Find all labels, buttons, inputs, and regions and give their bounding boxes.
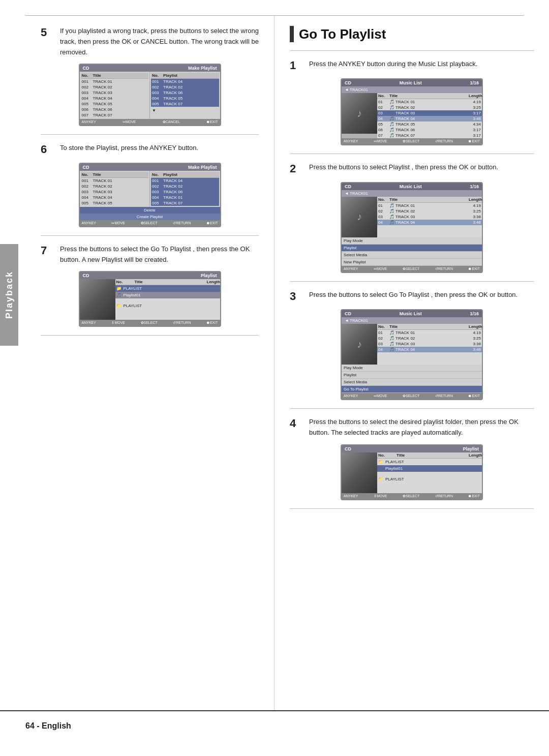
pl3r-header-left: CD bbox=[345, 446, 351, 451]
screen7-footer: ANYKEY ⇕MOVE ✿SELECT ↺RETURN ⏺EXIT bbox=[80, 320, 220, 326]
screen6-playlist: No. Playlist 001TRACK 04 002TRACK 02 003… bbox=[150, 171, 220, 207]
pl3r-body: No. Title Length 📁 PLAYLIST 🎵 Playlist01 bbox=[342, 452, 482, 493]
list-item: 📁 PLAYLIST bbox=[115, 303, 220, 309]
step5-text: If you playlisted a wrong track, press t… bbox=[60, 26, 259, 57]
step6-number: 6 bbox=[41, 143, 56, 156]
table-row: 001TRACK 01 bbox=[81, 178, 149, 184]
step7-number: 7 bbox=[41, 244, 56, 265]
screen6-header-right: Make Playlist bbox=[188, 165, 217, 170]
menu-item-playlist: Playlist bbox=[342, 372, 482, 379]
screen7-header-right: Playlist bbox=[201, 273, 217, 278]
table-row: 004TRACK 04 bbox=[81, 195, 149, 200]
screen6-header-left: CD bbox=[83, 165, 89, 170]
ms2-header: CD Music List 1/16 bbox=[342, 183, 482, 190]
list-item: 📁 PLAYLIST bbox=[377, 459, 482, 465]
list-item: 04🎵 TRACK 043:46 bbox=[377, 116, 482, 122]
list-item: 03🎵 TRACK 033:38 bbox=[377, 214, 482, 220]
list-item: 05🎵 TRACK 054:34 bbox=[377, 122, 482, 127]
menu-item-playmode: Play Mode bbox=[342, 237, 482, 245]
ms1-col-headers: No. Title Length bbox=[377, 93, 482, 99]
right-column: Go To Playlist 1 Press the ANYKEY button… bbox=[274, 16, 549, 710]
left-column: 5 If you playlisted a wrong track, press… bbox=[25, 16, 274, 710]
step3-text: Press the buttons to select Go To Playli… bbox=[309, 290, 534, 303]
list-item: 02🎵 TRACK 023:25 bbox=[377, 336, 482, 341]
screen5-header: CD Make Playlist bbox=[80, 65, 220, 72]
list-item: 01🎵 TRACK 014:19 bbox=[377, 203, 482, 208]
ms2-thumbnail: ♪ bbox=[342, 197, 377, 237]
pl3r-header: CD Playlist bbox=[342, 445, 482, 452]
ms2-header-left: CD bbox=[345, 184, 351, 189]
menu-item-gotoplaylist: New Playlist bbox=[342, 259, 482, 266]
step1-text: Press the ANYKEY button during the Music… bbox=[309, 59, 534, 72]
list-item: 03🎵 TRACK 033:17 bbox=[377, 110, 482, 116]
step6-block: 6 To store the Playlist, press the ANYKE… bbox=[41, 143, 259, 156]
ms3-header: CD Music List 1/16 bbox=[342, 310, 482, 317]
ms3-menu: Play Mode Playlist Select Media Go To Pl… bbox=[342, 365, 482, 393]
table-row: 002TRACK 02 bbox=[81, 184, 149, 189]
ms2-menu: Play Mode Playlist Select Media New Play… bbox=[342, 237, 482, 266]
table-row: 001TRACK 04 bbox=[151, 79, 219, 84]
screen7-body: No. Title Length 📁 PLAYLIST 🎵 Playlist01 bbox=[80, 279, 220, 320]
screen7-list: No. Title Length 📁 PLAYLIST 🎵 Playlist01 bbox=[115, 279, 220, 320]
screen6-col-header-right: No. Playlist bbox=[151, 172, 219, 178]
list-item: 🎵 Playlist01 bbox=[377, 465, 482, 472]
ms3-thumbnail: ♪ bbox=[342, 324, 377, 365]
ms2-page: 1/16 bbox=[470, 184, 479, 189]
ms2-body: ♪ No. Title Length 01🎵 TRACK 014:19 02🎵 … bbox=[342, 197, 482, 237]
screen5: CD Make Playlist No. Title 001TRACK 01 0… bbox=[79, 64, 221, 126]
ms2-header-right: Music List bbox=[400, 184, 422, 189]
table-row: 002TRACK 02 bbox=[151, 184, 219, 189]
ms1-subheader: ◄ TRACK01 bbox=[342, 86, 482, 93]
ms1-header-right: Music List bbox=[400, 80, 422, 85]
table-row: 002TRACK 02 bbox=[81, 84, 149, 90]
menu-item-selectmedia: Select Media bbox=[342, 379, 482, 386]
step6-text: To store the Playlist, press the ANYKEY … bbox=[60, 143, 259, 156]
ms3-footer: ANYKEY ⇔MOVE ✿SELECT ↺RETURN ⏺EXIT bbox=[342, 393, 482, 399]
screen5-col-header-right: No. Playlist bbox=[151, 73, 219, 79]
screen5-header-left: CD bbox=[83, 66, 89, 71]
list-item: 📁 PLAYLIST bbox=[377, 476, 482, 482]
table-row: 005TRACK 07 bbox=[151, 200, 219, 206]
list-item: 03🎵 TRACK 033:38 bbox=[377, 341, 482, 347]
menu-item-playlist: Playlist bbox=[342, 245, 482, 252]
ms1-footer: ANYKEY ⇔MOVE ✿SELECT ↺RETURN ⏺EXIT bbox=[342, 138, 482, 144]
list-item: 02🎵 TRACK 023:25 bbox=[377, 105, 482, 110]
list-item: 🎵 Playlist01 bbox=[115, 292, 220, 298]
bottom-english: 64 - English bbox=[0, 710, 549, 741]
list-item: 04🎵 TRACK 043:46 bbox=[377, 220, 482, 225]
screen6-tracklist: No. Title 001TRACK 01 002TRACK 02 003TRA… bbox=[80, 171, 150, 207]
screen7-col-headers: No. Title Length bbox=[115, 279, 220, 285]
ms1-body: ♪ No. Title Length 01🎵 TRACK 014:19 02🎵 … bbox=[342, 93, 482, 138]
step3-block: 3 Press the buttons to select Go To Play… bbox=[290, 290, 534, 303]
step3-number: 3 bbox=[290, 290, 305, 303]
step2-block: 2 Press the buttons to select Playlist ,… bbox=[290, 162, 534, 175]
ms1-header: CD Music List 1/16 bbox=[342, 79, 482, 86]
table-row: 001TRACK 04 bbox=[151, 178, 219, 184]
table-row: 002TRACK 02 bbox=[151, 84, 219, 90]
screen5-header-right: Make Playlist bbox=[188, 66, 217, 71]
ms3-col-headers: No. Title Length bbox=[377, 324, 482, 330]
table-row: 001TRACK 01 bbox=[81, 79, 149, 84]
table-row: 004TRACK 01 bbox=[151, 195, 219, 200]
table-row: 005TRACK 05 bbox=[81, 101, 149, 107]
step5-number: 5 bbox=[41, 26, 56, 57]
ms3-subheader: ◄ TRACK01 bbox=[342, 317, 482, 324]
pl3r-list: No. Title Length 📁 PLAYLIST 🎵 Playlist01 bbox=[377, 452, 482, 493]
list-item: 07🎵 TRACK 073:17 bbox=[377, 133, 482, 138]
screen-ms1: CD Music List 1/16 ◄ TRACK01 ♪ No. Title… bbox=[341, 78, 483, 145]
playback-tab: Playback bbox=[0, 244, 18, 346]
table-row: 004TRACK 05 bbox=[151, 96, 219, 101]
ms3-list: No. Title Length 01🎵 TRACK 014:19 02🎵 TR… bbox=[377, 324, 482, 365]
screen6: CD Make Playlist No. Title 001TRACK 01 0… bbox=[79, 163, 221, 227]
list-item: 04🎵 TRACK 043:46 bbox=[377, 347, 482, 352]
ms3-body: ♪ No. Title Length 01🎵 TRACK 014:19 02🎵 … bbox=[342, 324, 482, 365]
list-item: 02🎵 TRACK 023:25 bbox=[377, 208, 482, 214]
table-row: 005TRACK 05 bbox=[81, 200, 149, 206]
screen-ms2: CD Music List 1/16 ◄ TRACK01 ♪ No. Title… bbox=[341, 182, 483, 273]
table-row: 003TRACK 03 bbox=[81, 189, 149, 195]
step1-block: 1 Press the ANYKEY button during the Mus… bbox=[290, 59, 534, 72]
step5-block: 5 If you playlisted a wrong track, press… bbox=[41, 26, 259, 57]
screen6-header: CD Make Playlist bbox=[80, 164, 220, 171]
screen5-playlist: No. Playlist 001TRACK 04 002TRACK 02 003… bbox=[150, 72, 220, 119]
screen5-footer: ANYKEY ⇔MOVE ✿CANCEL ⏺EXIT bbox=[80, 119, 220, 125]
